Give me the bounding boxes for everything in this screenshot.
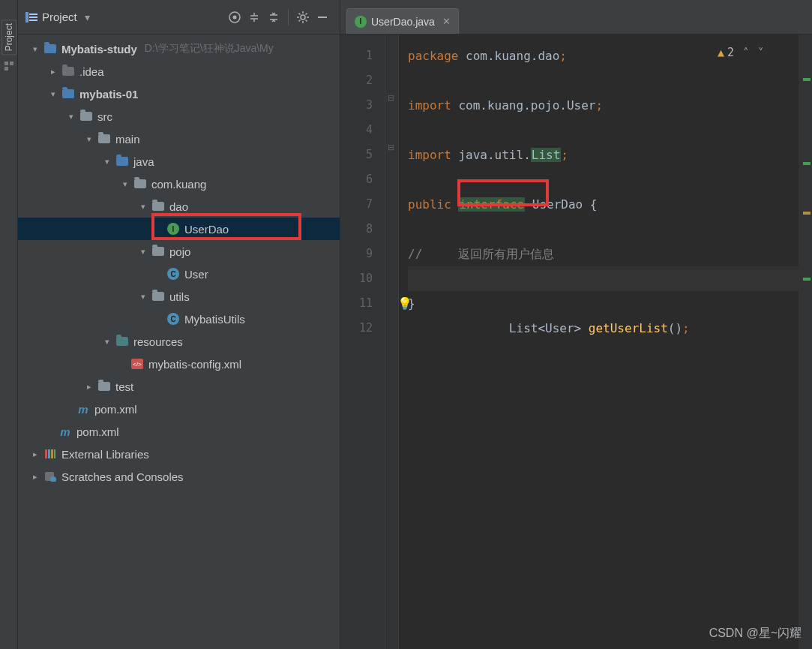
tree-external-libraries[interactable]: ▸ External Libraries bbox=[18, 443, 340, 465]
structure-tool-icon[interactable] bbox=[2, 59, 16, 73]
svg-rect-1 bbox=[10, 62, 13, 65]
tree-module-01[interactable]: ▾ mybatis-01 bbox=[18, 83, 340, 105]
project-view-icon bbox=[25, 12, 37, 23]
tree-userdao[interactable]: I UserDao bbox=[18, 218, 340, 240]
line-number: 1 bbox=[340, 44, 373, 68]
line-number: 12 bbox=[340, 316, 373, 341]
tree-label: com.kuang bbox=[151, 178, 206, 191]
tree-test[interactable]: ▸ test bbox=[18, 375, 340, 398]
tree-label: mybatis-config.xml bbox=[148, 358, 241, 371]
stripe-mark[interactable] bbox=[803, 162, 811, 165]
svg-rect-12 bbox=[48, 449, 50, 458]
svg-rect-11 bbox=[45, 449, 47, 458]
tree-label: Mybatis-study bbox=[61, 43, 137, 56]
tree-label: java bbox=[133, 155, 154, 168]
tree-label: Scratches and Consoles bbox=[61, 470, 184, 483]
svg-rect-6 bbox=[29, 20, 37, 21]
package-icon bbox=[151, 245, 165, 258]
line-number: 8 bbox=[340, 217, 373, 242]
fold-marker-icon[interactable]: ⊟ bbox=[388, 143, 394, 152]
tree-java[interactable]: ▾ java bbox=[18, 150, 340, 173]
tab-label: UserDao.java bbox=[371, 16, 435, 28]
xml-icon: </> bbox=[130, 357, 144, 371]
lightbulb-icon[interactable]: 💡 bbox=[397, 291, 412, 316]
line-number: 3 bbox=[340, 93, 373, 118]
svg-point-8 bbox=[233, 15, 237, 19]
tree-root[interactable]: ▾ Mybatis-study D:\学习笔记\狂神说Java\My bbox=[18, 38, 340, 60]
project-tree[interactable]: ▾ Mybatis-study D:\学习笔记\狂神说Java\My ▸ .id… bbox=[18, 35, 340, 649]
svg-rect-2 bbox=[4, 67, 8, 71]
project-tool-button[interactable]: Project bbox=[1, 20, 16, 55]
svg-point-9 bbox=[301, 15, 305, 20]
source-folder-icon bbox=[115, 155, 129, 168]
folder-icon bbox=[97, 132, 111, 146]
tree-utils[interactable]: ▾ utils bbox=[18, 285, 340, 308]
toolbar-divider bbox=[288, 9, 289, 26]
svg-rect-0 bbox=[4, 62, 8, 65]
settings-button[interactable] bbox=[293, 8, 313, 27]
line-number: 11 bbox=[340, 291, 373, 316]
fold-column[interactable]: ⊟ ⊟ bbox=[385, 35, 399, 649]
line-gutter[interactable]: 1 2 3 4 5 6 7 8 9 10 11 12 bbox=[340, 35, 385, 649]
tree-label: UserDao bbox=[184, 223, 229, 236]
stripe-mark[interactable] bbox=[803, 278, 811, 281]
libraries-icon bbox=[43, 447, 57, 461]
folder-icon bbox=[97, 380, 111, 393]
project-view-label[interactable]: Project bbox=[42, 11, 77, 23]
tree-pojo[interactable]: ▾ pojo bbox=[18, 240, 340, 263]
tree-label: MybatisUtils bbox=[184, 313, 245, 326]
chevron-up-icon[interactable]: ˄ bbox=[743, 41, 749, 65]
code-area[interactable]: package com.kuang.dao; import com.kuang.… bbox=[399, 35, 799, 649]
tree-package[interactable]: ▾ com.kuang bbox=[18, 173, 340, 195]
stripe-mark[interactable] bbox=[803, 212, 811, 215]
tree-label: main bbox=[115, 133, 140, 146]
tree-resources[interactable]: ▾ resources bbox=[18, 330, 340, 353]
svg-rect-5 bbox=[29, 17, 37, 18]
svg-rect-14 bbox=[54, 449, 55, 458]
line-number: 6 bbox=[340, 167, 373, 192]
error-stripe[interactable] bbox=[799, 35, 812, 649]
line-number: 4 bbox=[340, 118, 373, 143]
tree-hint: D:\学习笔记\狂神说Java\My bbox=[145, 42, 274, 56]
project-panel: Project ▾ ▾ M bbox=[18, 0, 340, 649]
package-icon bbox=[151, 290, 165, 303]
line-number: 10 bbox=[340, 266, 373, 291]
tree-label: dao bbox=[169, 200, 188, 213]
module-icon bbox=[61, 87, 75, 101]
folder-icon bbox=[61, 65, 75, 78]
fold-marker-icon[interactable]: ⊟ bbox=[388, 93, 394, 103]
tree-idea[interactable]: ▸ .idea bbox=[18, 60, 340, 83]
tree-src[interactable]: ▾ src bbox=[18, 105, 340, 128]
tree-label: resources bbox=[133, 335, 183, 348]
tree-pom1[interactable]: m pom.xml bbox=[18, 398, 340, 420]
tree-mybatisutils[interactable]: C MybatisUtils bbox=[18, 308, 340, 330]
tree-label: User bbox=[184, 268, 208, 281]
scratches-icon bbox=[43, 470, 57, 483]
tree-user[interactable]: C User bbox=[18, 263, 340, 285]
collapse-all-button[interactable] bbox=[264, 8, 283, 27]
chevron-down-icon[interactable]: ˅ bbox=[758, 41, 764, 65]
editor-tab-userdao[interactable]: I UserDao.java ✕ bbox=[346, 8, 459, 34]
resources-folder-icon bbox=[115, 335, 129, 348]
module-icon bbox=[43, 42, 57, 56]
warning-icon: ▲ bbox=[718, 41, 724, 65]
tree-label: External Libraries bbox=[61, 448, 149, 461]
select-opened-file-button[interactable] bbox=[225, 8, 244, 27]
tree-dao[interactable]: ▾ dao bbox=[18, 195, 340, 218]
expand-all-button[interactable] bbox=[244, 8, 264, 27]
chevron-down-icon[interactable]: ▾ bbox=[85, 11, 90, 23]
editor-body: 1 2 3 4 5 6 7 8 9 10 11 12 ⊟ ⊟ package c… bbox=[340, 35, 812, 649]
tree-label: pom.xml bbox=[94, 403, 137, 416]
tree-mybatis-config[interactable]: </> mybatis-config.xml bbox=[18, 353, 340, 375]
line-number: 2 bbox=[340, 68, 373, 93]
inspection-badge[interactable]: ▲ 2 ˄ ˅ bbox=[718, 41, 764, 65]
stripe-mark[interactable] bbox=[803, 78, 811, 81]
close-icon[interactable]: ✕ bbox=[442, 16, 451, 27]
tree-pom2[interactable]: m pom.xml bbox=[18, 420, 340, 443]
warning-count: 2 bbox=[727, 41, 734, 65]
tree-scratches[interactable]: ▸ Scratches and Consoles bbox=[18, 465, 340, 488]
tree-main[interactable]: ▾ main bbox=[18, 128, 340, 150]
hide-button[interactable] bbox=[313, 8, 332, 27]
maven-icon: m bbox=[58, 425, 72, 438]
svg-rect-10 bbox=[318, 17, 327, 18]
